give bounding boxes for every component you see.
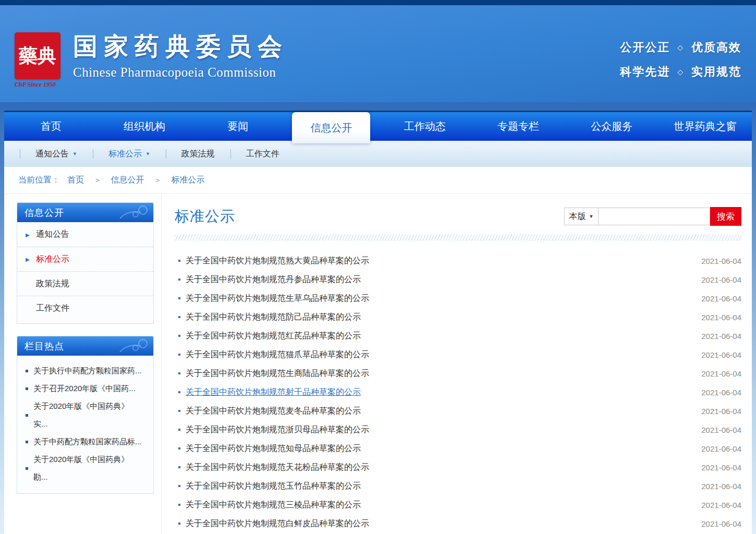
announcement-link[interactable]: 关于全国中药饮片炮制规范生商陆品种草案的公示: [186, 368, 695, 379]
breadcrumb-link-current[interactable]: 标准公示: [171, 175, 204, 186]
nav-item[interactable]: 首页: [4, 112, 97, 141]
announcement-link[interactable]: 关于全国中药饮片炮制规范天花粉品种草案的公示: [186, 462, 695, 473]
bullet-icon: [178, 410, 180, 412]
bullet-icon: [178, 466, 180, 468]
announcement-date: 2021-06-04: [701, 501, 741, 509]
nav-item[interactable]: 信息公开: [285, 112, 378, 141]
page-title: 标准公示: [175, 207, 235, 226]
sidebar-hot-item[interactable]: 关于2020年版《中国药典》勘...: [26, 451, 147, 486]
nav-tab: 世界药典之窗: [668, 112, 741, 141]
announcement-date: 2021-06-04: [701, 275, 741, 284]
breadcrumb-label: 当前位置：: [18, 175, 60, 186]
hot-item-line: 关于中药配方颗粒国家药品标...: [33, 433, 142, 451]
bullet-icon: [26, 441, 28, 443]
sidebar-hot-item[interactable]: 关于执行中药配方颗粒国家药...: [26, 362, 147, 380]
announcement-link[interactable]: 关于全国中药饮片炮制规范浙贝母品种草案的公示: [186, 424, 695, 435]
sidebar-menu-item[interactable]: 工作文件: [17, 296, 153, 320]
announcement-date: 2021-06-04: [701, 332, 741, 341]
sidebar-menu-item[interactable]: ▶通知公告: [17, 222, 153, 247]
subnav-item[interactable]: 政策法规: [166, 149, 230, 160]
announcement-date: 2021-06-04: [701, 294, 741, 303]
content-area: 信息公开 ▶通知公告▶标准公示政策法规工作文件 栏目热点: [4, 194, 752, 534]
seal-logo-icon: 藥典: [15, 32, 60, 79]
nav-item[interactable]: 世界药典之窗: [659, 112, 752, 141]
search-scope-value: 本版: [569, 211, 586, 222]
announcement-link[interactable]: 关于全国中药饮片炮制规范白鲜皮品种草案的公示: [186, 518, 695, 529]
sidebar-hot-item[interactable]: 关于召开2020年版《中国药...: [26, 380, 147, 397]
site-logo[interactable]: 藥典 ChP Since 1950: [15, 32, 60, 89]
nav-item[interactable]: 工作动态: [378, 112, 471, 141]
table-row: 关于全国中药饮片炮制规范猫爪草品种草案的公示2021-06-04: [175, 345, 741, 364]
announcement-link[interactable]: 关于全国中药饮片炮制规范猫爪草品种草案的公示: [186, 349, 695, 360]
site-title: 国家药典委员会: [73, 30, 288, 63]
bullet-icon: [178, 335, 180, 337]
table-row: 关于全国中药饮片炮制规范红芪品种草案的公示2021-06-04: [175, 326, 741, 345]
sidebar-menu-list: ▶通知公告▶标准公示政策法规工作文件: [17, 222, 153, 323]
announcement-date: 2021-06-04: [701, 313, 741, 322]
bullet-icon: [178, 523, 180, 525]
nav-item-label: 世界药典之窗: [674, 119, 736, 134]
bullet-icon: [26, 387, 28, 390]
search-button[interactable]: 搜索: [710, 207, 741, 226]
nav-item[interactable]: 公众服务: [565, 112, 659, 141]
sidebar-menu-item[interactable]: 政策法规: [17, 271, 153, 296]
subnav-item[interactable]: 标准公示▼: [93, 149, 166, 160]
sidebar-hot-item[interactable]: 关于2020年版《中国药典》实...: [26, 397, 147, 433]
sidebar-hot-item-text: 关于2020年版《中国药典》勘...: [33, 451, 129, 486]
subnav-item[interactable]: 工作文件: [230, 149, 295, 160]
sidebar-menu-item[interactable]: ▶标准公示: [17, 247, 153, 271]
hot-item-line: 勘...: [33, 468, 129, 486]
breadcrumb-link-info[interactable]: 信息公开: [111, 175, 144, 186]
chevron-down-icon: ▼: [72, 151, 77, 156]
nav-item-label: 专题专栏: [497, 119, 539, 134]
bullet-icon: [26, 467, 28, 470]
nav-item-label: 首页: [41, 119, 62, 134]
announcement-link[interactable]: 关于全国中药饮片炮制规范熟大黄品种草案的公示: [186, 256, 695, 266]
brand-block: 国家药典委员会 Chinese Pharmacopoeia Commission: [73, 30, 288, 80]
search-input[interactable]: [599, 208, 710, 225]
sidebar-menu-item-label: 通知公告: [36, 229, 69, 240]
main-panel: 标准公示 本版 ▼ 搜索 关于全国中药饮片炮制规范熟大黄品种草案的公示2021-…: [162, 194, 752, 533]
announcement-link[interactable]: 关于全国中药饮片炮制规范三棱品种草案的公示: [186, 500, 695, 511]
announcement-date: 2021-06-04: [701, 444, 741, 453]
nav-item[interactable]: 专题专栏: [471, 112, 565, 141]
seal-characters: 藥典: [19, 46, 56, 65]
bullet-icon: [178, 297, 180, 299]
bullet-icon: [26, 414, 28, 417]
table-row: 关于全国中药饮片炮制规范天花粉品种草案的公示2021-06-04: [175, 458, 741, 477]
table-row: 关于全国中药饮片炮制规范浙贝母品种草案的公示2021-06-04: [175, 420, 741, 439]
announcement-link[interactable]: 关于全国中药饮片炮制规范射干品种草案的公示: [186, 387, 695, 398]
nav-item-label: 组织机构: [124, 119, 165, 134]
breadcrumb-separator: >: [156, 176, 160, 184]
announcement-link[interactable]: 关于全国中药饮片炮制规范玉竹品种草案的公示: [186, 481, 695, 492]
announcement-date: 2021-06-04: [701, 257, 741, 265]
subnav-item[interactable]: 通知公告▼: [20, 149, 93, 160]
announcement-link[interactable]: 关于全国中药饮片炮制规范红芪品种草案的公示: [186, 331, 695, 342]
slogan-line: 公开公正◇优质高效: [620, 40, 741, 55]
nav-item[interactable]: 要闻: [191, 112, 285, 141]
table-row: 关于全国中药饮片炮制规范麦冬品种草案的公示2021-06-04: [175, 402, 741, 420]
breadcrumb-link-home[interactable]: 首页: [67, 175, 84, 186]
nav-item-label: 信息公开: [310, 121, 352, 135]
sidebar-hot-item-text: 关于执行中药配方颗粒国家药...: [33, 362, 142, 380]
announcement-link[interactable]: 关于全国中药饮片炮制规范丹参品种草案的公示: [186, 274, 695, 285]
diamond-separator-icon: ◇: [677, 43, 684, 52]
cloud-decoration-icon: [113, 204, 150, 221]
search-scope-select[interactable]: 本版 ▼: [564, 208, 599, 225]
bullet-icon: [178, 316, 180, 318]
nav-item[interactable]: 组织机构: [97, 112, 191, 141]
hot-item-line: 关于2020年版《中国药典》: [33, 397, 129, 415]
chevron-down-icon: ▼: [589, 214, 594, 219]
announcement-date: 2021-06-04: [701, 369, 741, 378]
announcement-link[interactable]: 关于全国中药饮片炮制规范麦冬品种草案的公示: [186, 406, 695, 417]
announcement-date: 2021-06-04: [701, 519, 741, 528]
announcement-link[interactable]: 关于全国中药饮片炮制规范知母品种草案的公示: [186, 443, 695, 454]
table-row: 关于全国中药饮片炮制规范生草乌品种草案的公示2021-06-04: [175, 289, 741, 308]
breadcrumb-separator: >: [95, 176, 100, 184]
announcement-link[interactable]: 关于全国中药饮片炮制规范生草乌品种草案的公示: [186, 293, 695, 304]
nav-item-label: 要闻: [227, 119, 248, 134]
sidebar-hot-item[interactable]: 关于中药配方颗粒国家药品标...: [26, 433, 147, 451]
nav-tab: 组织机构: [118, 112, 170, 141]
sidebar-hot-list: 关于执行中药配方颗粒国家药...关于召开2020年版《中国药...关于2020年…: [17, 356, 153, 493]
announcement-link[interactable]: 关于全国中药饮片炮制规范防己品种草案的公示: [186, 312, 695, 323]
